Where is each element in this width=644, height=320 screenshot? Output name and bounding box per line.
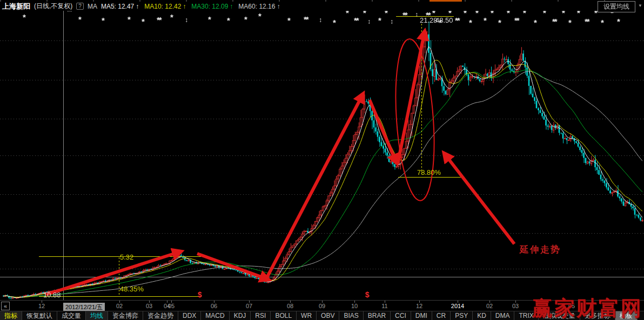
scroll-left-button[interactable]: « [1, 302, 10, 310]
axis-label: 05 [568, 303, 575, 309]
help-icon[interactable]: ? [76, 3, 84, 10]
toolbar-item-3[interactable]: 均线 [86, 311, 108, 320]
toolbar-dmi[interactable]: DMI [411, 311, 432, 320]
candlestick-chart[interactable] [0, 0, 644, 320]
toolbar-item-24[interactable]: 模板 [615, 311, 638, 320]
up-arrow-icon: ↑ [136, 3, 139, 10]
axis-label: 09 [319, 303, 325, 309]
axis-label: 05 [168, 303, 175, 309]
axis-label: 02 [486, 303, 493, 309]
toolbar-kdj[interactable]: KDJ [230, 311, 251, 320]
ma-label: MA [88, 3, 97, 10]
axis-label: 10 [351, 303, 358, 309]
toolbar-item-0[interactable]: 指标 [0, 311, 22, 320]
axis-label: 07 [246, 303, 252, 309]
axis-label: 12 [38, 303, 45, 309]
axis-label: 03 [146, 303, 152, 309]
toolbar-kd[interactable]: KD [473, 311, 491, 320]
toolbar-item-23[interactable]: 更多指标 [580, 311, 615, 320]
toolbar-wr[interactable]: WR [297, 311, 317, 320]
ma-value-text: MA5: 12.47 [101, 3, 134, 10]
toolbar-obv[interactable]: OBV [317, 311, 339, 320]
toolbar-boll[interactable]: BOLL [271, 311, 297, 320]
axis-label: 06 [211, 303, 217, 309]
ma-value-text: MA10: 12.42 [144, 3, 181, 10]
chart-header: 上海新阳 (日线,不复权) ? MA MA5: 12.47↑MA10: 12.4… [0, 2, 644, 11]
toolbar-psy[interactable]: PSY [451, 311, 473, 320]
axis-label: 08 [287, 303, 293, 309]
chevron-down-icon[interactable]: ▼ [638, 3, 642, 8]
toolbar-macd[interactable]: MACD [201, 311, 229, 320]
up-arrow-icon: ↑ [230, 3, 233, 10]
toolbar-brar[interactable]: BRAR [364, 311, 391, 320]
toolbar-bias[interactable]: BIAS [339, 311, 363, 320]
axis-label: 03 [512, 303, 519, 309]
toolbar-item-1[interactable]: 恢复默认 [22, 311, 57, 320]
date-axis: « 122012/12/21/五020304050607080910111220… [0, 300, 644, 311]
toolbar-dma[interactable]: DMA [491, 311, 515, 320]
stock-app-window: 上海新阳 (日线,不复权) ? MA MA5: 12.47↑MA10: 12.4… [0, 0, 644, 320]
toolbar-item-5[interactable]: 资金趋势 [143, 311, 178, 320]
ma-legend: MA5: 12.47↑MA10: 12.42↑MA30: 12.09↑MA60:… [101, 3, 280, 10]
axis-label: 02 [116, 303, 123, 309]
toolbar-trix[interactable]: TRIX [514, 311, 538, 320]
ma-value-text: MA30: 12.09 [191, 3, 228, 10]
stock-title: 上海新阳 [2, 2, 30, 11]
axis-label: 11 [381, 303, 387, 309]
toolbar-ddx[interactable]: DDX [178, 311, 201, 320]
up-arrow-icon: ↑ [183, 3, 186, 10]
toolbar-item-4[interactable]: 资金博弈 [108, 311, 143, 320]
ma-value-text: MA60: 12.16 [238, 3, 275, 10]
toolbar-item-2[interactable]: 成交量 [57, 311, 86, 320]
period-subtitle: (日线,不复权) [34, 2, 72, 11]
ma-value-3: MA30: 12.09↑ [191, 3, 233, 10]
ma-value-4: MA60: 12.16↑ [238, 3, 280, 10]
toolbar-cci[interactable]: CCI [391, 311, 411, 320]
toolbar-rsi[interactable]: RSI [251, 311, 271, 320]
indicator-toolbar: 指标恢复默认成交量均线资金博弈资金趋势DDXMACDKDJRSIBOLLWROB… [0, 311, 644, 320]
toolbar-item-22[interactable]: 虚拟成交量 [539, 311, 580, 320]
axis-label: 2014 [451, 303, 464, 309]
axis-label: 12 [416, 303, 422, 309]
ma-settings-button[interactable]: 设置均线 [598, 1, 635, 12]
ma-value-1: MA5: 12.47↑ [101, 3, 139, 10]
toolbar-cr[interactable]: CR [432, 311, 451, 320]
ma-value-2: MA10: 12.42↑ [144, 3, 186, 10]
up-arrow-icon: ↑ [277, 3, 280, 10]
